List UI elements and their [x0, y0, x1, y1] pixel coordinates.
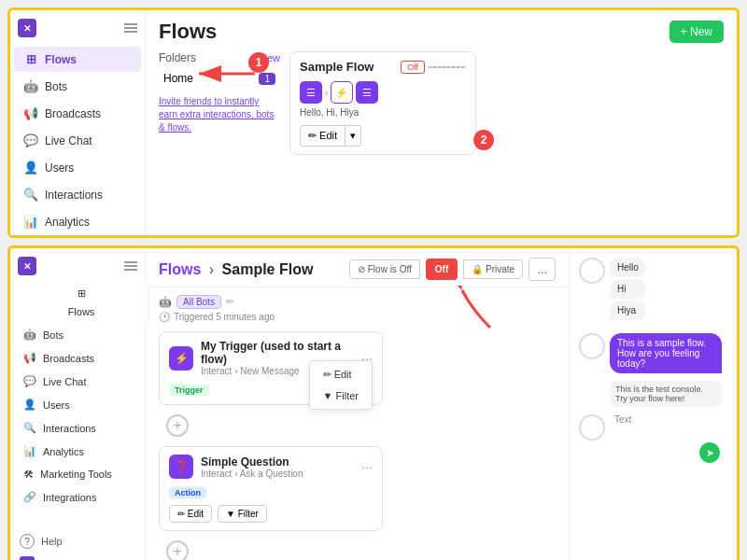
folder-home[interactable]: Home 1 — [159, 69, 280, 88]
preview-bubble-hiya: Hiya — [610, 301, 646, 320]
all-bots-tag[interactable]: All Bots — [176, 295, 221, 309]
account-item[interactable]: M MyAccount MuZ — [20, 553, 135, 560]
flow-is-off-button[interactable]: ⊘ Flow is Off — [349, 259, 420, 279]
edit-btn-row: ✏ Edit ▾ 2 — [300, 125, 466, 147]
new-button[interactable]: + New — [669, 21, 724, 43]
folders-label: Folders — [159, 51, 196, 64]
b-flows-icon: ⊞ — [78, 287, 86, 300]
b-integrations-icon: 🔗 — [23, 491, 36, 503]
folders-new-link[interactable]: + New — [251, 52, 281, 63]
flows-icon: ⊞ — [23, 52, 38, 66]
help-item[interactable]: ? Help — [20, 531, 135, 552]
interactions-icon: 🔍 — [23, 188, 38, 202]
sidebar-item-broadcasts[interactable]: 📢 Broadcasts — [14, 101, 141, 126]
sidebar-item-flows[interactable]: ⊞ Flows — [14, 47, 141, 72]
invite-text: Invite friends to instantly earn extra i… — [159, 95, 280, 134]
account-icon: M — [20, 556, 35, 560]
flow-icon-2[interactable]: ⚡ — [331, 81, 353, 104]
node-context-menu: ✏ Edit ▼ Filter — [309, 360, 373, 410]
question-node-subtitle: Interact › Ask a Question — [201, 469, 354, 479]
broadcasts-icon: 📢 — [23, 106, 38, 120]
clock-icon: 🕐 — [159, 312, 170, 322]
breadcrumb-flows-link[interactable]: Flows — [159, 261, 201, 277]
preview-avatar-3 — [579, 414, 605, 441]
folder-name: Home — [163, 72, 193, 85]
sidebar-item-users[interactable]: 👤 Users — [14, 155, 141, 180]
bot-icon: 🤖 — [159, 296, 172, 308]
flow-icon-3[interactable]: ☰ — [356, 81, 378, 104]
hamburger-icon[interactable] — [124, 23, 137, 33]
bottom-sidebar-item-broadcasts[interactable]: 📢 Broadcasts — [14, 347, 141, 369]
edit-dropdown-button[interactable]: ▾ — [345, 125, 361, 147]
b-analytics-icon: 📊 — [23, 445, 36, 457]
dashed-line — [429, 62, 466, 73]
sidebar-item-interactions[interactable]: 🔍 Interactions — [14, 182, 141, 207]
bottom-sidebar-item-analytics[interactable]: 📊 Analytics — [14, 441, 141, 462]
preview-sample-message: This is a sample flow. How are you feeli… — [610, 333, 722, 373]
b-bots-icon: 🤖 — [23, 329, 36, 341]
question-edit-btn[interactable]: ✏ Edit — [169, 505, 212, 523]
bottom-sidebar-item-users[interactable]: 👤 Users — [14, 394, 141, 415]
b-broadcasts-icon: 📢 — [23, 352, 36, 364]
bottom-sidebar-item-integrations[interactable]: 🔗 Integrations — [14, 486, 141, 508]
send-button[interactable]: ➤ — [699, 442, 720, 463]
chevron-icon: › — [325, 88, 328, 98]
livechat-icon: 💬 — [23, 133, 38, 147]
b-livechat-icon: 💬 — [23, 375, 36, 387]
page-title: Flows — [159, 20, 217, 44]
action-tag: Action — [169, 487, 206, 498]
sidebar-item-bots[interactable]: 🤖 Bots — [14, 74, 141, 99]
preview-text-label: Text — [614, 414, 631, 425]
bottom-sidebar-item-flows[interactable]: ⊞ Flows — [14, 283, 149, 322]
users-icon: 👤 — [23, 161, 38, 175]
trigger-tag: Trigger — [169, 385, 209, 396]
flow-name: Sample Flow — [300, 60, 374, 74]
help-icon: ? — [20, 534, 35, 549]
annotation-2: 2 — [473, 130, 494, 150]
bottom-sidebar-item-interactions[interactable]: 🔍 Interactions — [14, 417, 141, 439]
edit-button[interactable]: ✏ Edit — [300, 125, 345, 147]
preview-bubble-hello: Hello — [610, 258, 646, 277]
b-users-icon: 👤 — [23, 399, 36, 411]
bottom-sidebar-item-marketing[interactable]: 🛠 Marketing Tools — [14, 464, 141, 484]
breadcrumb: Flows › Sample Flow — [159, 261, 313, 278]
private-button[interactable]: 🔒 Private — [463, 259, 523, 279]
b-marketing-icon: 🛠 — [23, 469, 34, 480]
breadcrumb-separator: › — [209, 261, 214, 277]
edit-bot-icon[interactable]: ✏ — [226, 296, 234, 308]
question-node-title: Simple Question — [201, 455, 354, 469]
menu-filter[interactable]: ▼ Filter — [310, 385, 372, 406]
preview-area: Hello Hi Hiya This is a sample flow. How… — [569, 248, 737, 560]
breadcrumb-current: Sample Flow — [222, 261, 314, 277]
bots-icon: 🤖 — [23, 79, 38, 93]
flow-node-question: ❓ Simple Question Interact › Ask a Quest… — [159, 446, 383, 531]
bottom-sidebar-item-livechat[interactable]: 💬 Live Chat — [14, 371, 141, 392]
sidebar-item-livechat[interactable]: 💬 Live Chat — [14, 128, 141, 153]
analytics-icon: 📊 — [23, 215, 38, 229]
off-toggle-button[interactable]: Off — [426, 259, 458, 280]
invite-link[interactable]: friends — [184, 96, 212, 106]
triggered-text: Triggered 5 minutes ago — [174, 312, 275, 322]
menu-edit[interactable]: ✏ Edit — [310, 364, 372, 385]
question-node-icon: ❓ — [169, 455, 193, 479]
bottom-logo-icon: ✕ — [18, 257, 36, 275]
flow-icon-1[interactable]: ☰ — [300, 81, 322, 104]
bottom-hamburger-icon[interactable] — [124, 261, 137, 271]
bottom-sidebar-item-bots[interactable]: 🤖 Bots — [14, 324, 141, 345]
preview-avatar-2 — [579, 333, 605, 359]
b-interactions-icon: 🔍 — [23, 422, 36, 434]
add-node-button-2[interactable]: + — [166, 540, 189, 560]
folder-badge: 1 — [259, 73, 275, 85]
flow-node-trigger: ⚡ My Trigger (used to start a flow) Inte… — [159, 331, 383, 405]
logo-icon: ✕ — [18, 19, 36, 37]
add-node-button-1[interactable]: + — [166, 414, 189, 437]
preview-bubble-hi: Hi — [610, 279, 646, 299]
preview-avatar-1 — [579, 258, 605, 284]
question-node-dots[interactable]: ··· — [361, 459, 373, 474]
more-options-button[interactable]: ... — [529, 258, 556, 281]
hello-text: Hello, Hi, Hiya — [300, 107, 466, 118]
sidebar-item-analytics[interactable]: 📊 Analytics — [14, 209, 141, 234]
question-filter-btn[interactable]: ▼ Filter — [218, 505, 267, 523]
preview-console-text: This is the test console. Try your flow … — [610, 381, 722, 407]
flow-card: Sample Flow Off ☰ — [289, 51, 476, 155]
